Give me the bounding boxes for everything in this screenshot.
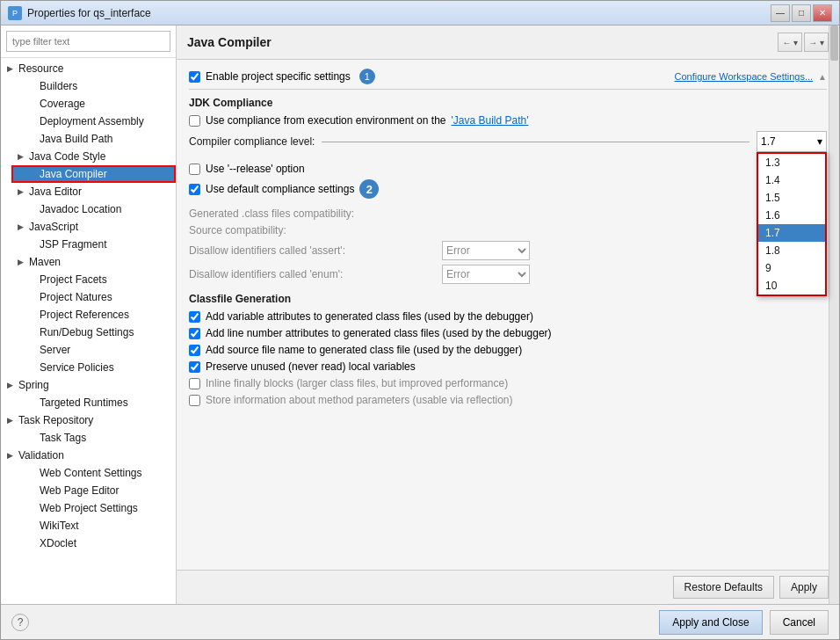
sidebar-item-label: Javadoc Location [40,203,121,215]
sidebar-item-java-editor[interactable]: ▶Java Editor [11,183,176,200]
sidebar-item-label: Server [40,344,70,356]
sidebar-item-maven[interactable]: ▶Maven [11,253,176,271]
window-icon: P [8,6,22,20]
tree-arrow-icon: ▶ [15,257,25,267]
sidebar-item-java-code-style[interactable]: ▶Java Code Style [11,148,176,165]
tree-arrow-icon: ▶ [4,450,15,461]
main-content: ▶ResourceBuildersCoverageDeployment Asse… [1,25,839,604]
form-row-3: Disallow identifiers called 'enum':Error [189,265,827,284]
form-label-2: Disallow identifiers called 'assert': [189,244,435,257]
use-default-checkbox[interactable] [189,184,200,195]
enable-specific-settings-checkbox[interactable] [189,71,200,83]
sidebar-item-builders[interactable]: Builders [11,77,176,95]
apply-and-close-button[interactable]: Apply and Close [659,610,762,635]
sidebar-item-resource[interactable]: ▶Resource [1,60,176,77]
use-release-row: Use '--release' option [189,163,827,175]
form-label-3: Disallow identifiers called 'enum': [189,268,435,280]
back-button[interactable]: ← ▾ [778,33,802,52]
classfile-label-1: Add line number attributes to generated … [206,327,552,339]
classfile-checkbox-4[interactable] [189,378,200,389]
form-rows-container: Generated .class files compatibility:Sou… [189,207,827,284]
sidebar-item-deployment-assembly[interactable]: Deployment Assembly [11,113,176,130]
sidebar-item-label: Spring [18,379,49,391]
sidebar-item-jsp-fragment[interactable]: JSP Fragment [11,236,176,253]
form-select-2[interactable]: Error [442,241,530,260]
sidebar-item-project-natures[interactable]: Project Natures [11,288,176,306]
compliance-selected-value: 1.7 [761,135,776,148]
forward-button[interactable]: → ▾ [804,33,829,52]
sidebar-item-project-references[interactable]: Project References [11,306,176,324]
sidebar-item-java-compiler[interactable]: Java Compiler [11,165,176,183]
minimize-button[interactable]: — [771,4,790,22]
classfile-checkbox-2[interactable] [189,345,200,356]
scrollbar[interactable] [829,25,839,604]
filter-box [1,25,176,58]
use-compliance-checkbox[interactable] [189,115,200,127]
sidebar-item-project-facets[interactable]: Project Facets [11,271,176,288]
configure-workspace-link[interactable]: Configure Workspace Settings... [675,71,814,82]
classfile-checkbox-1[interactable] [189,328,200,339]
apply-button[interactable]: Apply [779,576,829,599]
sidebar-item-label: Web Page Editor [40,484,119,497]
sidebar-item-label: Project Natures [40,291,112,303]
close-button[interactable]: ✕ [813,4,832,22]
classfile-checkbox-5[interactable] [189,395,200,406]
filter-input[interactable] [6,31,170,52]
compliance-dropdown-container: 1.7 ▾ 1.31.41.51.61.71.8910 [757,131,827,152]
scrollbar-thumb[interactable] [830,25,838,61]
sidebar-item-xdoclet[interactable]: XDoclet [11,535,176,552]
compliance-option-1.6[interactable]: 1.6 [758,207,825,224]
bottom-bar: Restore Defaults Apply [177,570,839,604]
form-row-2: Disallow identifiers called 'assert':Err… [189,241,827,260]
form-label-0: Generated .class files compatibility: [189,207,435,220]
use-compliance-row: Use compliance from execution environmen… [189,114,827,127]
classfile-checkbox-3[interactable] [189,361,200,373]
sidebar-item-coverage[interactable]: Coverage [11,95,176,113]
sidebar-item-label: Java Compiler [40,168,107,180]
sidebar-item-web-project-settings[interactable]: Web Project Settings [11,499,176,517]
tree-list: ▶ResourceBuildersCoverageDeployment Asse… [1,58,176,604]
sidebar-item-label: Task Repository [18,414,93,426]
compliance-option-9[interactable]: 9 [758,259,825,277]
classfile-checkbox-0[interactable] [189,311,200,323]
sidebar-item-web-page-editor[interactable]: Web Page Editor [11,482,176,499]
use-release-checkbox[interactable] [189,164,200,175]
sidebar-item-task-repository[interactable]: ▶Task Repository [1,411,176,429]
sidebar-item-validation[interactable]: ▶Validation [1,447,176,464]
tree-arrow-icon: ▶ [4,63,15,74]
sidebar-item-java-build-path[interactable]: Java Build Path [11,130,176,148]
cancel-button[interactable]: Cancel [770,610,829,635]
sidebar-item-task-tags[interactable]: Task Tags [11,429,176,447]
compliance-line [322,142,749,142]
title-bar-buttons: — □ ✕ [771,4,832,22]
sidebar-item-label: Web Content Settings [40,467,142,479]
sidebar-item-server[interactable]: Server [11,341,176,359]
sidebar-item-label: Service Policies [40,361,114,374]
sidebar-item-javadoc-location[interactable]: Javadoc Location [11,200,176,218]
java-build-path-link[interactable]: 'Java Build Path' [451,114,528,127]
compliance-option-1.3[interactable]: 1.3 [758,154,825,171]
sidebar-item-targeted-runtimes[interactable]: Targeted Runtimes [11,394,176,411]
maximize-button[interactable]: □ [792,4,811,22]
sidebar-item-label: Web Project Settings [40,502,138,514]
compliance-option-1.7[interactable]: 1.7 [758,224,825,242]
form-select-3[interactable]: Error [442,265,530,284]
compliance-option-1.5[interactable]: 1.5 [758,189,825,207]
compliance-option-10[interactable]: 10 [758,277,825,295]
sidebar-item-javascript[interactable]: ▶JavaScript [11,218,176,236]
sidebar-item-label: Resource [18,62,63,75]
jdk-compliance-section: JDK Compliance Use compliance from execu… [189,97,827,152]
compliance-dropdown[interactable]: 1.7 ▾ [757,131,827,152]
sidebar-item-wikitext[interactable]: WikiText [11,517,176,535]
sidebar-item-label: Project References [40,309,129,321]
sidebar-item-label: Targeted Runtimes [40,396,128,409]
compliance-option-1.4[interactable]: 1.4 [758,171,825,189]
enable-specific-settings-label: Enable project specific settings [206,70,351,83]
restore-defaults-button[interactable]: Restore Defaults [673,576,774,599]
sidebar-item-spring[interactable]: ▶Spring [1,376,176,394]
sidebar-item-service-policies[interactable]: Service Policies [11,359,176,376]
help-icon[interactable]: ? [11,614,29,631]
sidebar-item-web-content-settings[interactable]: Web Content Settings [11,464,176,482]
compliance-option-1.8[interactable]: 1.8 [758,242,825,259]
sidebar-item-run-debug-settings[interactable]: Run/Debug Settings [11,324,176,341]
